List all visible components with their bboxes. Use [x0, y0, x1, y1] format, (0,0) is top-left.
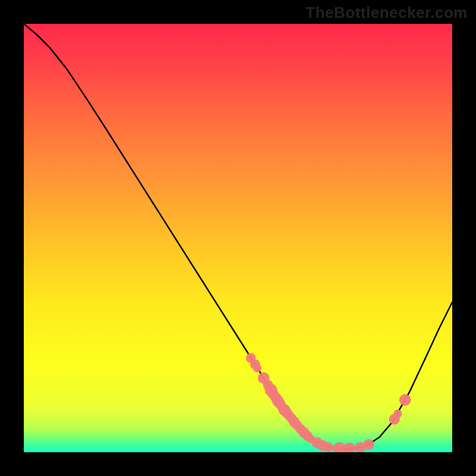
chart-svg: [24, 24, 452, 452]
data-marker: [399, 394, 411, 406]
data-marker: [364, 439, 374, 450]
plot-area: [24, 24, 452, 452]
gradient-background: [24, 24, 452, 452]
watermark-text: TheBottlenecker.com: [306, 4, 468, 22]
chart-frame: TheBottlenecker.com: [0, 0, 476, 476]
data-marker: [253, 364, 261, 372]
data-marker: [323, 442, 333, 452]
data-marker: [394, 409, 402, 418]
